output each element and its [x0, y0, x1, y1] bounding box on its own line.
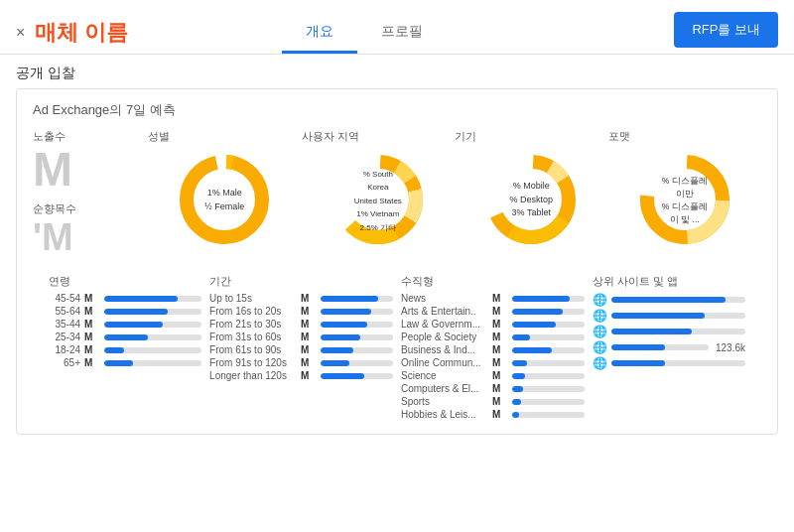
vertical-column: 수직형 News M Arts & Entertain.. M Law & Go… — [401, 274, 585, 422]
exposure-label: 노출수 — [33, 129, 140, 144]
section-public-auction-title: 공개 입찰 — [0, 55, 794, 88]
device-label: 기기 — [455, 129, 476, 144]
vertical-rows: News M Arts & Entertain.. M Law & Govern… — [401, 293, 585, 420]
top-site-row: 🌐 — [593, 293, 745, 307]
ad-exchange-box: Ad Exchange의 7일 예측 노출수 M 순향목수 'M 성별 — [16, 88, 778, 435]
gender-chart-col: 성별 1% Male½ Female — [148, 129, 301, 264]
bottom-stats-grid: 연령 45-54 M 55-64 M 35-44 M 25-34 M 18-24… — [49, 274, 745, 422]
gender-donut-label: 1% Male½ Female — [204, 186, 244, 212]
exposure-metric: 노출수 M — [33, 129, 140, 194]
close-icon[interactable]: × — [16, 24, 25, 42]
age-column: 연령 45-54 M 55-64 M 35-44 M 25-34 M 18-24… — [49, 274, 201, 422]
globe-icon: 🌐 — [593, 309, 607, 323]
duration-row: From 91s to 120s M — [209, 357, 393, 368]
vertical-row: Computers & El... M — [401, 383, 585, 394]
globe-icon: 🌐 — [593, 356, 607, 370]
top-sites-title: 상위 사이트 및 앱 — [593, 274, 745, 289]
flow-label: 순향목수 — [33, 201, 140, 216]
region-donut: % South KoreaUnited States1% Vietnam2.5%… — [329, 150, 428, 249]
region-donut-label: % South KoreaUnited States1% Vietnam2.5%… — [353, 167, 403, 233]
vertical-row: News M — [401, 293, 585, 304]
duration-row: From 61s to 90s M — [209, 344, 393, 355]
age-rows: 45-54 M 55-64 M 35-44 M 25-34 M 18-24 M … — [49, 293, 201, 368]
top-site-row: 🌐 — [593, 309, 745, 323]
region-chart-col: 사용자 지역 % South KoreaUnited States1% Viet… — [302, 129, 455, 264]
duration-row: Up to 15s M — [209, 293, 393, 304]
region-label: 사용자 지역 — [302, 129, 359, 144]
age-row: 25-34 M — [49, 332, 201, 342]
format-donut-label: % 디스플레이만% 디스플레이 및 ... — [660, 174, 710, 225]
page-title: 매체 이름 — [35, 18, 262, 48]
gender-label: 성별 — [148, 129, 170, 144]
vertical-title: 수직형 — [401, 274, 585, 289]
flow-value: 'M — [33, 218, 140, 256]
duration-row: From 21s to 30s M — [209, 319, 393, 330]
age-row: 65+ M — [49, 357, 201, 368]
duration-rows: Up to 15s M From 16s to 20s M From 21s t… — [209, 293, 393, 381]
duration-column: 기간 Up to 15s M From 16s to 20s M From 21… — [209, 274, 393, 422]
format-donut: % 디스플레이만% 디스플레이 및 ... — [635, 150, 734, 249]
duration-title: 기간 — [209, 274, 393, 289]
exposure-value: M — [33, 146, 140, 194]
gender-donut: 1% Male½ Female — [175, 150, 274, 249]
device-donut-label: % Mobile% Desktop3% Tablet — [510, 179, 554, 219]
metrics-column: 노출수 M 순향목수 'M — [33, 129, 148, 264]
age-title: 연령 — [49, 274, 201, 289]
tab-overview[interactable]: 개요 — [282, 13, 357, 54]
vertical-row: Online Commun... M — [401, 357, 585, 368]
device-chart-col: 기기 % Mobile% Desktop3% Tablet — [455, 129, 607, 264]
top-sites-column: 상위 사이트 및 앱 🌐 🌐 🌐 🌐 123.6k 🌐 — [593, 274, 745, 422]
duration-row: Longer than 120s M — [209, 370, 393, 381]
vertical-row: Law & Governm... M — [401, 319, 585, 330]
flow-metric: 순향목수 'M — [33, 201, 140, 256]
age-row: 45-54 M — [49, 293, 201, 304]
vertical-row: Business & Ind... M — [401, 344, 585, 355]
charts-row: 노출수 M 순향목수 'M 성별 1% Mal — [33, 129, 761, 264]
globe-icon: 🌐 — [593, 293, 607, 307]
globe-icon: 🌐 — [593, 340, 607, 354]
format-label: 포맷 — [608, 129, 630, 144]
header-bar: × 매체 이름 개요 프로필 RFP를 보내 — [0, 0, 794, 55]
age-row: 35-44 M — [49, 319, 201, 330]
top-site-row: 🌐 — [593, 356, 745, 370]
vertical-row: Science M — [401, 370, 585, 381]
top-site-row: 🌐 — [593, 325, 745, 338]
rfp-button[interactable]: RFP를 보내 — [674, 12, 778, 48]
tab-profile[interactable]: 프로필 — [357, 13, 447, 54]
duration-row: From 31s to 60s M — [209, 332, 393, 342]
top-site-row: 🌐 123.6k — [593, 340, 745, 354]
ad-exchange-title: Ad Exchange의 7일 예측 — [33, 101, 761, 119]
age-row: 18-24 M — [49, 344, 201, 355]
duration-row: From 16s to 20s M — [209, 306, 393, 317]
vertical-row: Arts & Entertain.. M — [401, 306, 585, 317]
format-chart-col: 포맷 % 디스플레이만% 디스플레이 및 ... — [608, 129, 761, 264]
top-sites-rows: 🌐 🌐 🌐 🌐 123.6k 🌐 — [593, 293, 745, 370]
tab-bar: 개요 프로필 — [282, 13, 447, 54]
device-donut: % Mobile% Desktop3% Tablet — [481, 150, 581, 249]
age-row: 55-64 M — [49, 306, 201, 317]
vertical-row: Hobbies & Leis... M — [401, 409, 585, 420]
vertical-row: People & Society M — [401, 332, 585, 342]
vertical-row: Sports M — [401, 396, 585, 407]
globe-icon: 🌐 — [593, 325, 607, 338]
